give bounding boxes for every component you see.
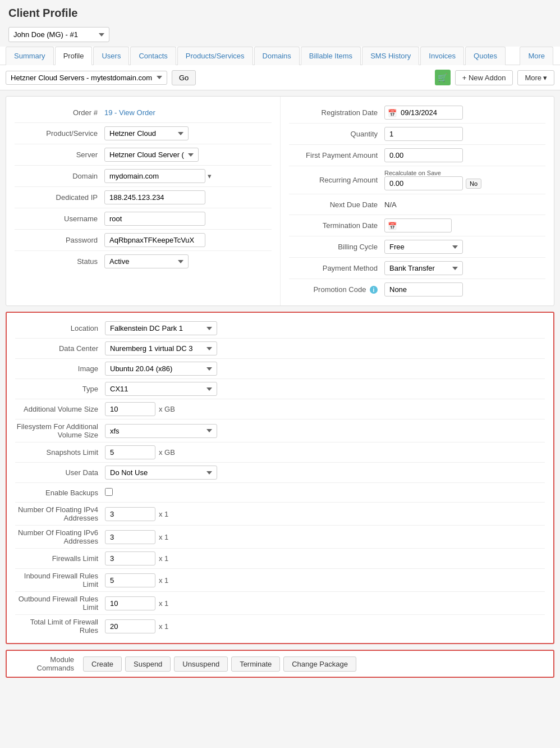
- tab-domains[interactable]: Domains: [254, 47, 300, 65]
- location-label: Location: [15, 324, 105, 332]
- product-service-select[interactable]: Hetzner Cloud: [104, 126, 189, 140]
- total-firewall-unit: x 1: [159, 622, 168, 631]
- custom-fields-inner: Location Falkenstein DC Park 1 Data Cent…: [7, 313, 553, 643]
- left-section: Order # 19 - View Order Product/Service …: [6, 97, 280, 305]
- more-button[interactable]: More ▾: [517, 70, 554, 85]
- firewalls-limit-input[interactable]: [105, 551, 155, 565]
- data-center-select[interactable]: Nuremberg 1 virtual DC 3: [105, 341, 217, 355]
- termination-date-value: 📅: [384, 218, 545, 232]
- username-row: Username: [15, 208, 272, 229]
- inbound-firewall-row: Inbound Firewall Rules Limit x 1: [15, 569, 545, 591]
- tab-more[interactable]: More: [520, 47, 553, 65]
- first-payment-input[interactable]: [384, 148, 463, 162]
- tab-sms-history[interactable]: SMS History: [362, 47, 419, 65]
- chevron-down-icon: ▾: [543, 74, 547, 82]
- domain-dropdown-icon[interactable]: ▾: [208, 172, 212, 180]
- tab-invoices[interactable]: Invoices: [420, 47, 464, 65]
- snapshots-unit: x GB: [159, 448, 175, 457]
- product-service-label: Product/Service: [15, 129, 104, 138]
- quantity-label: Quantity: [289, 130, 384, 138]
- filesystem-label: Filesystem For Additional Volume Size: [15, 422, 105, 439]
- tab-summary[interactable]: Summary: [6, 47, 54, 65]
- user-data-row: User Data Do Not Use: [15, 463, 545, 482]
- service-selector[interactable]: Hetzner Cloud Servers - mytestdomain.com: [6, 71, 167, 85]
- password-label: Password: [15, 236, 104, 244]
- firewalls-limit-label: Firewalls Limit: [15, 554, 105, 563]
- enable-backups-checkbox[interactable]: [105, 488, 113, 496]
- filesystem-select[interactable]: xfs: [105, 424, 217, 438]
- quantity-value: [384, 127, 545, 141]
- terminate-button[interactable]: Terminate: [231, 656, 280, 672]
- status-select[interactable]: Active: [104, 254, 189, 268]
- image-select[interactable]: Ubuntu 20.04 (x86): [105, 362, 217, 376]
- go-button[interactable]: Go: [172, 70, 196, 85]
- username-value: [104, 212, 272, 226]
- status-row: Status Active: [15, 251, 272, 272]
- type-select[interactable]: CX11: [105, 382, 217, 396]
- additional-volume-input[interactable]: [105, 402, 155, 416]
- tab-contacts[interactable]: Contacts: [130, 47, 176, 65]
- tabs-bar: Summary Profile Users Contacts Products/…: [0, 47, 560, 65]
- additional-volume-unit: x GB: [159, 405, 175, 413]
- enable-backups-label: Enable Backups: [15, 489, 105, 497]
- tab-users[interactable]: Users: [93, 47, 129, 65]
- suspend-button[interactable]: Suspend: [125, 656, 171, 672]
- server-select[interactable]: Hetzner Cloud Server (: [104, 148, 199, 162]
- additional-volume-label: Additional Volume Size: [15, 405, 105, 413]
- domain-input[interactable]: [104, 169, 205, 183]
- quantity-input[interactable]: [384, 127, 463, 141]
- tab-billable-items[interactable]: Billable Items: [301, 47, 361, 65]
- enable-backups-value: [105, 488, 545, 498]
- snapshots-input[interactable]: [105, 445, 155, 459]
- promotion-code-label: Promotion Code i: [289, 285, 384, 294]
- recurring-amount-value: Recalculate on Save No: [384, 170, 545, 190]
- total-firewall-label: Total Limit of Firewall Rules: [15, 618, 105, 635]
- image-row: Image Ubuntu 20.04 (x86): [15, 359, 545, 378]
- promotion-code-row: Promotion Code i: [289, 279, 545, 300]
- floating-ipv6-row: Number Of Floating IPv6 Addresses x 1: [15, 526, 545, 548]
- tab-profile[interactable]: Profile: [55, 47, 93, 65]
- password-input[interactable]: [104, 233, 205, 247]
- password-row: Password: [15, 230, 272, 250]
- inbound-firewall-value: x 1: [105, 573, 545, 587]
- payment-method-row: Payment Method Bank Transfer: [289, 258, 545, 279]
- dedicated-ip-input[interactable]: [104, 190, 205, 204]
- username-input[interactable]: [104, 212, 205, 226]
- next-due-date-row: Next Due Date N/A: [289, 194, 545, 215]
- floating-ipv4-value: x 1: [105, 507, 545, 521]
- toolbar: Hetzner Cloud Servers - mytestdomain.com…: [0, 65, 560, 90]
- server-value: Hetzner Cloud Server (: [104, 148, 272, 162]
- recurring-amount-input[interactable]: [384, 176, 463, 190]
- location-row: Location Falkenstein DC Park 1: [15, 318, 545, 338]
- order-row: Order # 19 - View Order: [15, 102, 272, 122]
- floating-ipv6-input[interactable]: [105, 530, 155, 544]
- unsuspend-button[interactable]: Unsuspend: [174, 656, 228, 672]
- location-select[interactable]: Falkenstein DC Park 1: [105, 321, 217, 335]
- snapshots-value: x GB: [105, 445, 545, 459]
- domain-value: ▾: [104, 169, 272, 183]
- client-selector[interactable]: John Doe (MG) - #1: [8, 27, 109, 42]
- payment-method-select[interactable]: Bank Transfer: [384, 261, 463, 275]
- total-firewall-input[interactable]: [105, 619, 155, 633]
- tab-quotes[interactable]: Quotes: [465, 47, 506, 65]
- promotion-code-input[interactable]: [384, 282, 463, 297]
- payment-method-label: Payment Method: [289, 264, 384, 272]
- billing-cycle-select[interactable]: Free: [384, 240, 463, 254]
- floating-ipv4-input[interactable]: [105, 507, 155, 521]
- server-row: Server Hetzner Cloud Server (: [15, 144, 272, 165]
- change-package-button[interactable]: Change Package: [283, 656, 356, 672]
- type-row: Type CX11: [15, 379, 545, 399]
- new-addon-button[interactable]: + New Addon: [455, 70, 513, 85]
- inbound-firewall-input[interactable]: [105, 573, 155, 587]
- outbound-firewall-input[interactable]: [105, 596, 155, 610]
- order-link[interactable]: 19 - View Order: [104, 108, 155, 117]
- outbound-firewall-row: Outbound Firewall Rules Limit x 1: [15, 592, 545, 614]
- create-button[interactable]: Create: [83, 656, 122, 672]
- tab-products-services[interactable]: Products/Services: [177, 47, 253, 65]
- type-label: Type: [15, 385, 105, 393]
- status-value: Active: [104, 254, 272, 268]
- user-data-select[interactable]: Do Not Use: [105, 466, 217, 480]
- total-firewall-value: x 1: [105, 619, 545, 633]
- form-grid: Order # 19 - View Order Product/Service …: [6, 97, 554, 305]
- recalculate-button[interactable]: No: [466, 179, 481, 189]
